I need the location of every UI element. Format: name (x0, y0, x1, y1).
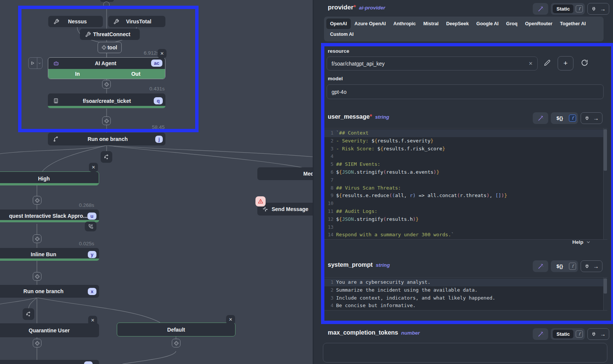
arrow-right-icon[interactable]: → (593, 263, 599, 269)
provider-tab-deepseek[interactable]: DeepSeek (442, 18, 472, 29)
ai-fill-button[interactable] (533, 328, 548, 340)
node-branch-default[interactable]: Default (117, 323, 235, 336)
add-step-button[interactable] (102, 80, 111, 89)
node-branch-high[interactable]: High (0, 171, 99, 185)
code-line[interactable]: 1`## Context (324, 129, 607, 137)
ai-fill-button[interactable] (533, 3, 548, 15)
code-line[interactable]: 2Summarize the incident using the availa… (324, 286, 607, 294)
node-slack-approval[interactable]: quest Interactive Slack Appro... u (0, 210, 99, 222)
provider-tab-openrouter[interactable]: OpenRouter (521, 18, 556, 29)
suspend-phone-icon[interactable] (85, 222, 96, 231)
chevron-down-icon[interactable] (37, 58, 42, 69)
code-line[interactable]: 4Be concise but informative. (324, 302, 607, 310)
agent-in-out-bar[interactable]: In Out (48, 69, 165, 79)
connect-input-group[interactable]: → (587, 328, 609, 340)
provider-tab-mistral[interactable]: Mistral (420, 18, 443, 29)
input-mode-toggle[interactable]: Static f (551, 3, 585, 15)
user-message-editor[interactable]: 1`## Context2- Severity: ${results.f.sev… (324, 128, 607, 240)
mode-expr-label[interactable]: ${} (553, 262, 567, 271)
arrow-right-icon[interactable]: → (600, 331, 605, 337)
node-inline-bun[interactable]: Inline Bun y (0, 248, 99, 261)
connect-input-group[interactable]: → (581, 112, 602, 124)
provider-tab-groq[interactable]: Groq (502, 18, 521, 29)
code-line[interactable]: 8## Virus Scan Threats: (324, 184, 607, 192)
agent-in-label[interactable]: In (48, 71, 107, 77)
node-virustotal[interactable]: VirusTotal (108, 16, 165, 27)
code-line[interactable]: 7 (324, 176, 607, 184)
code-line[interactable]: 3Include context, indicators, and what l… (324, 294, 607, 302)
resource-input[interactable]: f/soar/chatgpt_api_key ✕ (327, 57, 538, 70)
add-branch-button[interactable] (23, 308, 34, 320)
flow-canvas[interactable]: Nessus VirusTotal ThreatConnect tool 6.9… (0, 0, 313, 364)
add-step-button[interactable] (102, 116, 111, 125)
node-nessus[interactable]: Nessus (48, 16, 103, 27)
input-mode-toggle[interactable]: Static f (551, 328, 585, 340)
editor-scrollbar[interactable] (603, 128, 607, 239)
provider-tab-together-ai[interactable]: Together AI (556, 18, 590, 29)
code-line[interactable]: 9${results.e.reduce((all, r) => all.conc… (324, 192, 607, 200)
model-input[interactable]: gpt-4o (327, 84, 604, 99)
node-tool[interactable]: tool (98, 42, 122, 53)
function-mode-icon[interactable]: f (576, 330, 583, 338)
code-line[interactable]: 13 (324, 223, 607, 231)
code-line[interactable]: 11## Audit Logs: (324, 208, 607, 216)
clear-icon[interactable]: ✕ (529, 61, 533, 66)
code-line[interactable]: 4 (324, 153, 607, 161)
play-icon[interactable] (29, 58, 37, 69)
node-quarantine-user[interactable]: Quarantine User (0, 323, 99, 337)
input-mode-toggle[interactable]: ${} f (551, 260, 578, 272)
arrow-right-icon[interactable]: → (600, 6, 605, 12)
editor-scrollbar[interactable] (603, 278, 607, 310)
node-threatconnect[interactable]: ThreatConnect (80, 29, 140, 40)
node-run-one-branch-2[interactable]: Run one branch x (0, 285, 99, 298)
editor-scrollbar-thumb[interactable] (604, 129, 607, 171)
agent-out-label[interactable]: Out (107, 71, 165, 77)
help-dropdown[interactable]: Help (572, 239, 590, 245)
ai-fill-button[interactable] (533, 112, 548, 124)
add-step-button[interactable] (33, 339, 41, 347)
connect-input-group[interactable]: → (581, 260, 602, 272)
provider-tab-google-ai[interactable]: Google AI (472, 18, 502, 29)
provider-tab-anthropic[interactable]: Anthropic (390, 18, 419, 29)
remove-branch-button[interactable]: ✕ (88, 316, 97, 325)
run-step-button-group[interactable] (28, 57, 43, 69)
node-create-ticket[interactable]: f/soar/create_ticket q (48, 93, 165, 108)
node-run-one-branch-1[interactable]: Run one branch j (48, 133, 165, 145)
code-line[interactable]: 5## SIEM Events: (324, 161, 607, 168)
code-line[interactable]: 2- Severity: ${results.f.severity} (324, 137, 607, 145)
help-label[interactable]: Help (572, 239, 583, 245)
node-output-handle[interactable] (103, 2, 110, 8)
add-step-button[interactable] (33, 234, 41, 243)
provider-tab-openai[interactable]: OpenAI (326, 18, 351, 29)
input-mode-toggle[interactable]: ${} f (551, 112, 578, 124)
code-line[interactable]: 14Respond with a summary under 300 words… (324, 231, 607, 239)
node-ai-agent[interactable]: AI Agent ac In Out (48, 57, 165, 79)
code-line[interactable]: 10 (324, 200, 607, 208)
remove-branch-button[interactable]: ✕ (226, 315, 235, 324)
add-step-button[interactable] (33, 196, 41, 205)
code-line[interactable]: 6${JSON.stringify(results.a.events)} (324, 168, 607, 176)
add-resource-button[interactable]: + (558, 56, 573, 70)
remove-step-button[interactable]: ✕ (157, 49, 167, 58)
editor-scrollbar-thumb[interactable] (604, 278, 607, 294)
function-mode-icon[interactable]: f (576, 5, 583, 12)
code-line[interactable]: 3- Risk Score: ${results.f.risk_score} (324, 145, 607, 153)
edit-resource-icon[interactable] (544, 60, 550, 66)
add-step-button[interactable] (33, 272, 41, 281)
node-bottom-partial[interactable] (0, 360, 99, 364)
refresh-icon[interactable] (581, 59, 588, 66)
mode-static-label[interactable]: Static (553, 5, 573, 13)
function-mode-icon[interactable]: f (569, 115, 576, 122)
code-line[interactable]: 1You are a cybersecurity analyst. (324, 278, 607, 286)
system-prompt-editor[interactable]: 1You are a cybersecurity analyst.2Summar… (324, 277, 607, 310)
mode-expr-label[interactable]: ${} (553, 114, 567, 122)
add-branch-button[interactable] (101, 151, 112, 163)
provider-tab-custom-ai[interactable]: Custom AI (326, 29, 358, 40)
mode-static-label[interactable]: Static (553, 330, 573, 338)
function-mode-icon[interactable]: f (569, 263, 576, 270)
provider-tab-azure-openai[interactable]: Azure OpenAI (351, 18, 390, 29)
add-step-button[interactable] (172, 339, 180, 347)
ai-fill-button[interactable] (533, 260, 548, 272)
remove-branch-button[interactable]: ✕ (89, 163, 98, 172)
arrow-right-icon[interactable]: → (593, 115, 599, 121)
